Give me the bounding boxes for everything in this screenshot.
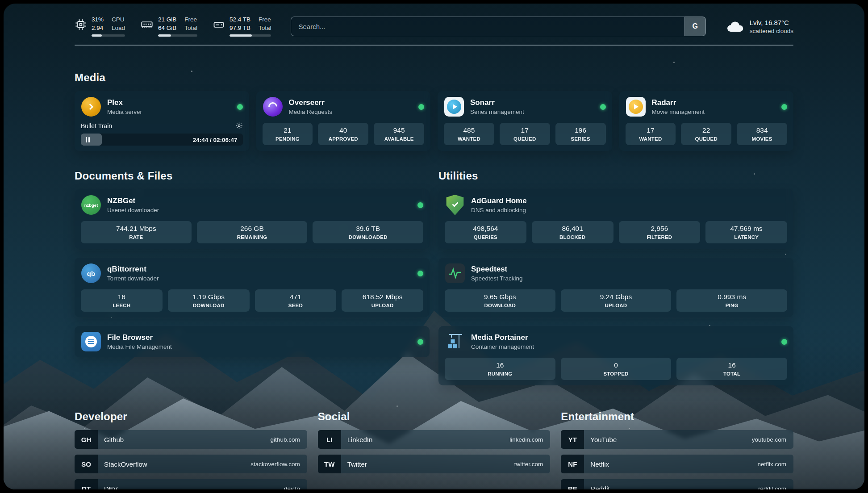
ram-total-value: 64 GiB: [158, 25, 176, 32]
stat-value: 266 GB: [200, 225, 305, 233]
ram-label-bottom: Total: [184, 25, 197, 32]
bookmark-abbr-tile: SO: [75, 455, 98, 473]
bookmark-netflix[interactable]: NF Netflix netflix.com: [561, 455, 793, 473]
stat-label: QUEUED: [502, 136, 547, 142]
stat-upload: 618.52 Mbps UPLOAD: [342, 289, 423, 312]
stat-wanted: 485 WANTED: [444, 123, 494, 145]
radarr-icon: [626, 96, 646, 117]
bookmark-url: reddit.com: [758, 485, 793, 489]
stat-seed: 471 SEED: [255, 289, 337, 312]
bookmark-name: Reddit: [584, 485, 609, 489]
weather-widget[interactable]: Lviv, 16.87°C scattered clouds: [726, 19, 793, 34]
playback-progress: 24:44 / 02:06:47: [81, 134, 243, 146]
stat-value: 1.19 Gbps: [171, 293, 247, 301]
search-engine-button[interactable]: G: [684, 17, 706, 36]
ram-metric: 21 GiB Free 64 GiB Total: [140, 16, 197, 37]
stat-label: STOPPED: [563, 371, 669, 376]
stat-leech: 16 LEECH: [81, 289, 163, 312]
stat-value: 945: [376, 126, 421, 134]
stat-label: BLOCKED: [534, 234, 611, 240]
status-dot: [781, 339, 787, 345]
stat-value: 47.569 ms: [708, 225, 785, 233]
qbittorrent-card[interactable]: qb qBittorrent Torrent downloader 16 LEE…: [75, 258, 430, 317]
portainer-card[interactable]: Media Portainer Container management 16 …: [438, 326, 793, 385]
bookmark-abbr-tile: RE: [561, 479, 584, 489]
stat-value: 9.65 Gbps: [447, 293, 553, 301]
plex-card[interactable]: Plex Media server Bullet Train: [75, 91, 249, 151]
sonarr-icon: [444, 96, 464, 117]
stat-label: QUERIES: [447, 234, 524, 240]
app-name: File Browser: [107, 333, 172, 342]
cpu-usage-bar: [92, 34, 125, 37]
stat-queries: 498,564 QUERIES: [445, 221, 526, 243]
stat-value: 17: [502, 126, 547, 134]
pause-icon[interactable]: [86, 137, 90, 142]
stat-value: 196: [558, 126, 603, 134]
playback-time: 24:44 / 02:06:47: [193, 136, 238, 143]
stat-download: 9.65 Gbps DOWNLOAD: [445, 289, 555, 312]
section-title-documents: Documents & Files: [75, 170, 430, 182]
now-playing-title: Bullet Train: [81, 122, 112, 130]
speedtest-card[interactable]: Speedtest Speedtest Tracking 9.65 Gbps D…: [438, 258, 793, 317]
cloud-icon: [726, 19, 744, 34]
stat-value: 498,564: [447, 225, 524, 233]
app-name: Radarr: [652, 98, 705, 107]
filebrowser-card[interactable]: File Browser Media File Management: [75, 326, 430, 357]
disk-label-bottom: Total: [259, 25, 271, 32]
section-title-media: Media: [75, 71, 793, 84]
status-dot: [237, 104, 243, 110]
overseerr-icon: [263, 96, 283, 117]
qbittorrent-icon: qb: [81, 263, 101, 284]
progress-fill: [81, 134, 102, 146]
stat-label: DOWNLOADED: [315, 234, 421, 240]
status-dot: [417, 202, 423, 208]
bookmark-stackoverflow[interactable]: SO StackOverflow stackoverflow.com: [75, 455, 307, 473]
settings-gear-icon[interactable]: [235, 122, 243, 130]
stat-value: 40: [321, 126, 366, 134]
disk-icon: [213, 18, 225, 31]
stat-movies: 834 MOVIES: [737, 123, 787, 145]
stat-ping: 0.993 ms PING: [676, 289, 787, 312]
bookmark-name: DEV: [98, 485, 118, 489]
stat-value: 744.21 Mbps: [83, 225, 189, 233]
radarr-card[interactable]: Radarr Movie management 17 WANTED 2: [619, 91, 794, 151]
bookmark-url: linkedin.com: [509, 436, 550, 443]
stat-label: DOWNLOAD: [447, 303, 553, 308]
ram-free-value: 21 GiB: [158, 16, 176, 23]
bookmark-url: netflix.com: [757, 461, 793, 468]
app-subtitle: Media Requests: [289, 109, 333, 115]
bookmark-abbr-tile: DT: [75, 479, 98, 489]
bookmark-dev[interactable]: DT DEV dev.to: [75, 479, 307, 489]
stat-value: 16: [447, 361, 553, 369]
bookmark-name: LinkedIn: [341, 436, 373, 443]
bookmark-github[interactable]: GH Github github.com: [75, 430, 307, 449]
sonarr-card[interactable]: Sonarr Series management 485 WANTED: [438, 91, 612, 151]
bookmark-url: github.com: [271, 436, 307, 443]
overseerr-card[interactable]: Overseerr Media Requests 21 PENDING: [256, 91, 431, 151]
stat-downloaded: 39.6 TB DOWNLOADED: [313, 221, 423, 243]
bookmark-youtube[interactable]: YT YouTube youtube.com: [561, 430, 793, 449]
stat-label: PENDING: [265, 136, 310, 142]
section-title-utilities: Utilities: [438, 170, 793, 182]
stat-value: 16: [679, 361, 785, 369]
stat-value: 86,401: [534, 225, 611, 233]
nzbget-card[interactable]: nzbget NZBGet Usenet downloader 744.21 M…: [75, 189, 430, 249]
search-input[interactable]: [291, 17, 684, 36]
bookmark-reddit[interactable]: RE Reddit reddit.com: [561, 479, 793, 489]
stat-download: 1.19 Gbps DOWNLOAD: [168, 289, 250, 312]
stat-value: 0: [563, 361, 669, 369]
stat-queued: 22 QUEUED: [681, 123, 731, 145]
stat-value: 17: [628, 126, 673, 134]
bookmark-twitter[interactable]: TW Twitter twitter.com: [318, 455, 551, 473]
disk-total-value: 97.9 TB: [230, 25, 250, 32]
stat-filtered: 2,956 FILTERED: [619, 221, 701, 243]
stat-value: 471: [258, 293, 334, 301]
app-subtitle: Movie management: [652, 109, 705, 115]
stat-blocked: 86,401 BLOCKED: [532, 221, 613, 243]
stat-label: APPROVED: [321, 136, 366, 142]
stat-stopped: 0 STOPPED: [561, 358, 672, 380]
bookmark-abbr-tile: TW: [318, 455, 341, 473]
stat-label: SEED: [258, 303, 334, 308]
adguard-card[interactable]: AdGuard Home DNS and adblocking 498,564 …: [438, 189, 793, 249]
bookmark-linkedin[interactable]: LI LinkedIn linkedin.com: [318, 430, 551, 449]
